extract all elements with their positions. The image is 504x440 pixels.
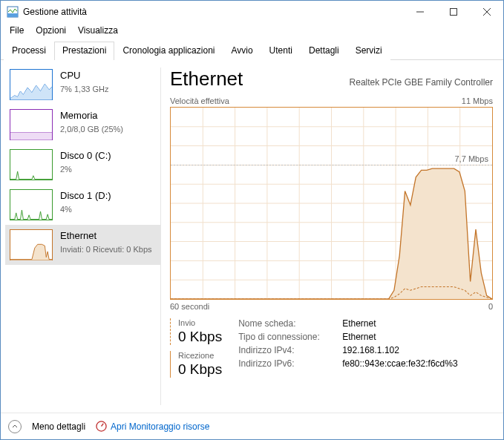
stat-recv: Ricezione 0 Kbps bbox=[170, 351, 222, 378]
titlebar[interactable]: Gestione attività bbox=[1, 1, 503, 23]
sidebar-item-cpu[interactable]: CPU7% 1,33 GHz bbox=[5, 65, 160, 105]
disk0-sub: 2% bbox=[60, 164, 111, 175]
menu-view[interactable]: Visualizza bbox=[72, 24, 124, 37]
tab-users[interactable]: Utenti bbox=[261, 42, 301, 60]
sidebar-item-disk1[interactable]: Disco 1 (D:)4% bbox=[5, 185, 160, 225]
performance-icon bbox=[96, 421, 107, 432]
throughput-chart[interactable]: 7,7 Mbps bbox=[170, 107, 493, 300]
tab-startup[interactable]: Avvio bbox=[223, 42, 261, 60]
disk1-thumb bbox=[10, 189, 53, 220]
cpu-sub: 7% 1,33 GHz bbox=[60, 84, 108, 95]
memory-thumb bbox=[10, 109, 53, 140]
sidebar-item-disk0[interactable]: Disco 0 (C:)2% bbox=[5, 145, 160, 185]
performance-sidebar: CPU7% 1,33 GHz Memoria2,0/8,0 GB (25%) D… bbox=[1, 60, 160, 413]
chevron-up-icon[interactable] bbox=[8, 420, 22, 433]
task-manager-window: Gestione attività File Opzioni Visualizz… bbox=[0, 0, 504, 440]
tab-apphistory[interactable]: Cronologia applicazioni bbox=[114, 42, 223, 60]
svg-rect-1 bbox=[7, 13, 18, 17]
disk0-thumb bbox=[10, 149, 53, 180]
xaxis-left: 60 secondi bbox=[170, 302, 209, 311]
adapter-info: Nome scheda:Ethernet Tipo di connessione… bbox=[238, 318, 457, 378]
tabstrip: Processi Prestazioni Cronologia applicaz… bbox=[1, 38, 503, 60]
cpu-title: CPU bbox=[60, 69, 108, 82]
recv-label: Ricezione bbox=[178, 351, 222, 360]
tab-services[interactable]: Servizi bbox=[347, 42, 390, 60]
svg-marker-6 bbox=[10, 84, 52, 99]
ethernet-title: Ethernet bbox=[60, 229, 152, 243]
menu-options[interactable]: Opzioni bbox=[30, 24, 72, 37]
recv-value: 0 Kbps bbox=[178, 361, 222, 378]
sidebar-item-ethernet[interactable]: EthernetInviati: 0 Ricevuti: 0 Kbps bbox=[5, 225, 160, 265]
send-value: 0 Kbps bbox=[178, 329, 222, 345]
ethernet-thumb bbox=[10, 229, 53, 260]
ipv4-val: 192.168.1.102 bbox=[342, 345, 399, 355]
fewer-details-link[interactable]: Meno dettagli bbox=[32, 421, 85, 432]
memory-sub: 2,0/8,0 GB (25%) bbox=[60, 124, 123, 135]
chart-ylabel: Velocità effettiva bbox=[170, 96, 229, 105]
stat-send: Invio 0 Kbps bbox=[170, 318, 222, 345]
send-label: Invio bbox=[178, 318, 222, 327]
tab-details[interactable]: Dettagli bbox=[301, 42, 347, 60]
menubar: File Opzioni Visualizza bbox=[1, 23, 503, 38]
xaxis-right: 0 bbox=[488, 302, 493, 311]
conntype-key: Tipo di connessione: bbox=[238, 332, 342, 342]
conntype-val: Ethernet bbox=[342, 332, 376, 342]
tab-processes[interactable]: Processi bbox=[4, 42, 54, 60]
ipv6-val: fe80::943e:ccae:fe32:f6cd%3 bbox=[342, 358, 457, 369]
adapter-name: Realtek PCIe GBE Family Controller bbox=[350, 77, 493, 88]
app-icon bbox=[7, 6, 19, 18]
minimize-button[interactable] bbox=[403, 1, 436, 23]
tab-performance[interactable]: Prestazioni bbox=[54, 42, 114, 60]
vertical-divider bbox=[160, 68, 161, 405]
sidebar-item-memory[interactable]: Memoria2,0/8,0 GB (25%) bbox=[5, 105, 160, 145]
svg-rect-7 bbox=[10, 133, 52, 140]
main-panel: Ethernet Realtek PCIe GBE Family Control… bbox=[166, 60, 503, 413]
disk1-title: Disco 1 (D:) bbox=[60, 189, 111, 203]
memory-title: Memoria bbox=[60, 109, 123, 122]
maximize-button[interactable] bbox=[436, 1, 470, 23]
disk0-title: Disco 0 (C:) bbox=[60, 149, 111, 162]
resource-monitor-link[interactable]: Apri Monitoraggio risorse bbox=[96, 421, 209, 432]
chart-mark-label: 7,7 Mbps bbox=[454, 155, 488, 164]
disk1-sub: 4% bbox=[60, 204, 111, 215]
ethernet-sub: Inviati: 0 Ricevuti: 0 Kbps bbox=[60, 244, 152, 255]
ipv6-key: Indirizzo IPv6: bbox=[238, 358, 342, 369]
cardname-key: Nome scheda: bbox=[238, 318, 342, 329]
footer: Meno dettagli Apri Monitoraggio risorse bbox=[1, 413, 503, 439]
page-title: Ethernet bbox=[170, 68, 243, 91]
chart-ymax: 11 Mbps bbox=[462, 96, 493, 105]
menu-file[interactable]: File bbox=[4, 24, 30, 37]
svg-line-30 bbox=[102, 424, 104, 427]
cardname-val: Ethernet bbox=[342, 318, 376, 329]
close-button[interactable] bbox=[470, 1, 503, 23]
ipv4-key: Indirizzo IPv4: bbox=[238, 345, 342, 355]
window-title: Gestione attività bbox=[23, 7, 87, 17]
svg-rect-3 bbox=[450, 9, 456, 16]
cpu-thumb bbox=[10, 69, 53, 100]
